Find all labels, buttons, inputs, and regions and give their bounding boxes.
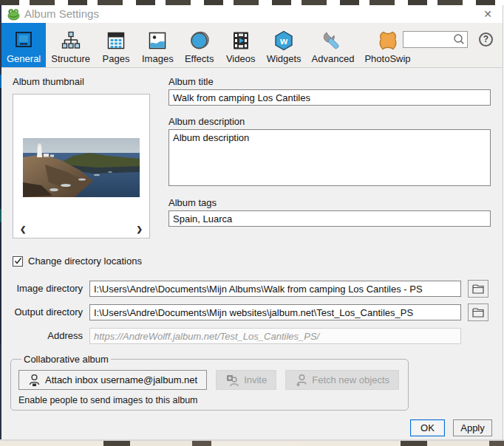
structure-icon [60, 30, 82, 52]
tab-label: Advanced [312, 53, 355, 64]
tab-label: Pages [103, 53, 130, 64]
album-thumbnail-label: Album thumbnail [13, 76, 84, 87]
album-title-input[interactable] [168, 89, 491, 106]
image-directory-input[interactable] [89, 281, 461, 297]
address-field [89, 328, 461, 344]
image-directory-label: Image directory [1, 283, 83, 294]
apply-button[interactable]: Apply [453, 419, 492, 436]
images-icon [146, 30, 168, 52]
jalbum-frog-icon [7, 8, 20, 21]
title-bar: Album Settings ✕ [1, 5, 503, 23]
tab-label: Videos [226, 53, 256, 64]
album-description-textarea[interactable]: Album description [168, 129, 491, 186]
album-thumbnail-preview: ❮ ❯ [13, 94, 150, 239]
help-icon[interactable]: ? [479, 32, 493, 47]
collaborative-album-group: Collaborative album Attach inbox usernam… [10, 354, 409, 411]
invite-label: Invite [244, 374, 267, 385]
tab-effects[interactable]: Effects [179, 23, 220, 67]
pages-icon [105, 30, 127, 52]
album-description-label: Album description [168, 116, 245, 127]
change-directory-checkbox[interactable] [13, 256, 23, 267]
widgets-icon: w [273, 30, 295, 52]
tab-videos[interactable]: Videos [220, 23, 262, 67]
search-box [403, 31, 468, 48]
tab-label: PhotoSwip [364, 53, 410, 64]
thumbnail-next-icon[interactable]: ❯ [137, 225, 143, 233]
album-title-label: Album title [168, 76, 214, 87]
attach-inbox-button[interactable]: Attach inbox username@jalbum.net [18, 370, 207, 390]
change-directory-row: Change directory locations [13, 255, 142, 267]
person-plus-icon [225, 374, 239, 387]
advanced-icon [322, 30, 344, 52]
person-inbox-icon [28, 374, 41, 387]
album-settings-dialog: Album Settings ✕ General [1, 5, 503, 439]
tab-pages[interactable]: Pages [95, 23, 137, 67]
output-directory-input[interactable] [89, 304, 461, 320]
window-title: Album Settings [24, 7, 99, 20]
attach-inbox-label: Attach inbox username@jalbum.net [45, 374, 197, 385]
fetch-new-objects-button[interactable]: Fetch new objects [285, 370, 399, 390]
effects-icon [188, 30, 211, 52]
output-directory-label: Output directory [1, 306, 83, 318]
thumbnail-photo [23, 138, 140, 197]
tab-advanced[interactable]: Advanced [307, 23, 360, 67]
ok-button[interactable]: OK [410, 419, 445, 436]
background-window-bottom [0, 439, 504, 446]
image-directory-browse-button[interactable] [468, 280, 488, 298]
tab-structure[interactable]: Structure [46, 23, 95, 67]
search-icon [453, 33, 466, 46]
general-icon [13, 30, 35, 52]
person-download-icon [295, 374, 307, 387]
tab-label: Images [142, 53, 174, 64]
thumbnail-prev-icon[interactable]: ❮ [20, 225, 26, 233]
settings-toolbar: General Structure [1, 23, 503, 68]
background-window-top [0, 0, 504, 5]
tab-label: General [7, 53, 41, 64]
collaborative-album-legend: Collaborative album [21, 354, 111, 365]
checkmark-icon [14, 257, 22, 265]
folder-icon [472, 308, 484, 318]
tab-label: Effects [185, 53, 214, 64]
tab-label: Structure [51, 53, 90, 64]
photoswip-skin-icon [377, 30, 399, 52]
invite-button[interactable]: Invite [216, 370, 276, 390]
address-label: Address [1, 330, 83, 341]
tab-widgets[interactable]: w Widgets [262, 23, 307, 67]
change-directory-label: Change directory locations [28, 255, 142, 267]
album-tags-label: Album tags [168, 197, 217, 208]
collaborative-hint: Enable people to send images to this alb… [18, 395, 401, 405]
fetch-new-objects-label: Fetch new objects [312, 374, 389, 385]
tab-images[interactable]: Images [137, 23, 179, 67]
videos-icon [230, 30, 252, 52]
folder-icon [472, 284, 484, 294]
output-directory-browse-button[interactable] [468, 303, 488, 321]
album-tags-input[interactable] [168, 210, 491, 227]
tab-general[interactable]: General [1, 23, 46, 67]
svg-text:w: w [279, 35, 288, 47]
close-icon[interactable]: ✕ [480, 7, 495, 21]
tab-label: Widgets [267, 53, 302, 64]
collaborative-buttons-row: Attach inbox username@jalbum.net Invite … [18, 370, 401, 390]
